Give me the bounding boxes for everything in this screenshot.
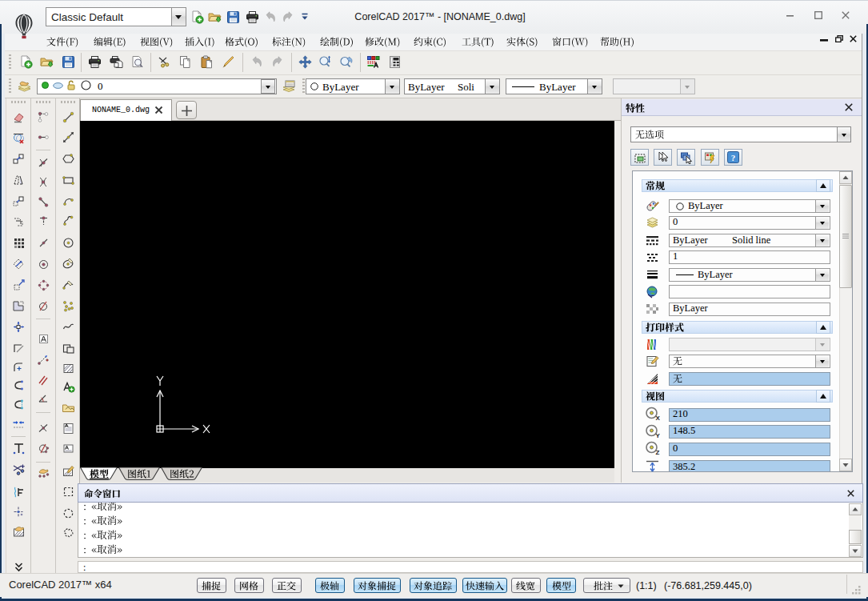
svg-text:?: ? <box>731 153 736 162</box>
svg-text:Y: Y <box>656 432 661 439</box>
svg-text:X: X <box>656 415 661 422</box>
svg-text:Z: Z <box>656 449 660 456</box>
